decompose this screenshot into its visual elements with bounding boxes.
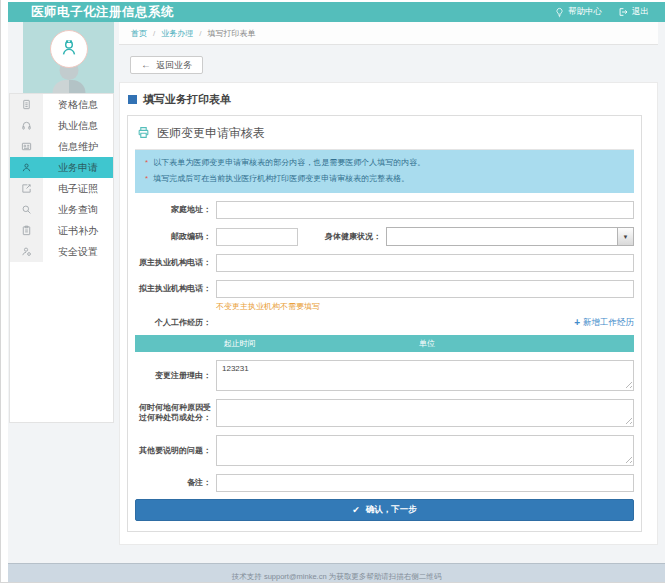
help-center-link[interactable]: 帮助中心 (555, 6, 602, 18)
remarks-input[interactable] (216, 474, 634, 492)
sidebar-item-electronic-certificate[interactable]: 电子证照 (10, 178, 113, 199)
form-row-proposed-org-phone: 拟主执业机构电话： (135, 280, 634, 298)
sidebar-item-label: 业务查询 (43, 199, 113, 220)
body-area: 资格信息 执业信息 信息维护 (8, 22, 665, 563)
clipboard-icon (10, 220, 43, 241)
arrow-left-icon: ← (141, 60, 151, 70)
punishment-wrap (216, 399, 634, 427)
breadcrumb: 首页 / 业务办理 / 填写打印表单 (119, 22, 658, 45)
postal-code-input[interactable] (216, 228, 298, 246)
document-icon (10, 94, 43, 115)
section-title-text: 填写业务打印表单 (143, 92, 231, 107)
back-to-business-button[interactable]: ← 返回业务 (130, 56, 203, 74)
id-card-icon (10, 136, 43, 157)
breadcrumb-current: 填写打印表单 (207, 28, 255, 39)
notice-text: 填写完成后可在当前执业医疗机构打印医师变更申请审核表的完整表格。 (153, 174, 409, 183)
original-org-phone-label: 原主执业机构电话： (135, 258, 216, 268)
form-row-change-reason: 变更注册理由： 123231 (135, 360, 634, 391)
sidebar-item-label: 电子证照 (43, 178, 113, 199)
form-row-punishment: 何时何地何种原因受过何种处罚或处分： (135, 399, 634, 427)
user-icon (10, 157, 43, 178)
confirm-next-button[interactable]: ✔ 确认，下一步 (135, 499, 634, 521)
sidebar-item-label: 证书补办 (43, 220, 113, 241)
form-row-postal-health: 邮政编码： 身体健康状况： ▼ (135, 227, 634, 246)
remarks-label: 备注： (135, 478, 216, 488)
headset-icon (10, 115, 43, 136)
sidebar-item-security-settings[interactable]: 安全设置 (10, 241, 113, 262)
sidebar-item-info-maintenance[interactable]: 信息维护 (10, 136, 113, 157)
confirm-next-label: 确认，下一步 (366, 504, 417, 516)
other-issues-textarea[interactable] (216, 435, 634, 466)
change-reason-label: 变更注册理由： (135, 371, 216, 381)
review-form-card: 医师变更申请审核表 *以下表单为医师变更申请审核表的部分内容，也是需要医师个人填… (127, 115, 642, 532)
work-experience-table-header: 起止时间 单位 (135, 335, 634, 352)
form-row-work-experience: 个人工作经历： + 新增工作经历 (135, 317, 634, 329)
page-title: 填写业务打印表单 (126, 88, 651, 115)
silhouette-body (52, 80, 85, 93)
sidebar: 资格信息 执业信息 信息维护 (9, 22, 114, 423)
sidebar-item-practice-info[interactable]: 执业信息 (10, 115, 113, 136)
back-to-business-label: 返回业务 (156, 59, 192, 72)
add-work-experience-link[interactable]: + 新增工作经历 (574, 317, 634, 329)
work-experience-label: 个人工作经历： (135, 318, 216, 328)
home-address-input[interactable] (216, 201, 634, 219)
logout-label: 退出 (632, 6, 649, 18)
certificate-icon (10, 178, 43, 199)
footer-text: 技术支持 support@minke.cn 为获取更多帮助请扫描右侧二维码 (232, 572, 441, 581)
toolbar: ← 返回业务 (119, 45, 658, 82)
main-content: 首页 / 业务办理 / 填写打印表单 ← 返回业务 填写业务打印表单 (119, 22, 658, 563)
help-center-label: 帮助中心 (568, 6, 602, 18)
sidebar-item-qualification-info[interactable]: 资格信息 (10, 94, 113, 115)
user-gear-icon (10, 241, 43, 262)
notice-line: *以下表单为医师变更申请审核表的部分内容，也是需要医师个人填写的内容。 (145, 155, 624, 171)
form-row-other-issues: 其他要说明的问题： (135, 435, 634, 466)
proposed-org-phone-helper: 不变更主执业机构不需要填写 (216, 301, 634, 312)
breadcrumb-home[interactable]: 首页 (131, 28, 147, 39)
health-status-label: 身体健康状况： (298, 232, 386, 242)
sidebar-item-certificate-reissue[interactable]: 证书补办 (10, 220, 113, 241)
plus-icon: + (574, 318, 580, 328)
proposed-org-phone-input[interactable] (216, 280, 634, 298)
column-header-period: 起止时间 (135, 335, 345, 352)
avatar-circle (50, 30, 88, 68)
breadcrumb-separator: / (199, 29, 201, 38)
sidebar-item-label: 资格信息 (43, 94, 113, 115)
sidebar-item-business-application[interactable]: 业务申请 (10, 157, 113, 178)
doctor-icon (58, 36, 80, 62)
spacer (119, 545, 658, 563)
app-header: 医师电子化注册信息系统 帮助中心 退出 (8, 2, 665, 22)
sidebar-item-label: 信息维护 (43, 136, 113, 157)
postal-code-label: 邮政编码： (135, 232, 216, 242)
printer-icon (137, 126, 150, 142)
logout-icon (618, 7, 628, 17)
change-reason-wrap: 123231 (216, 360, 634, 391)
original-org-phone-input[interactable] (216, 254, 634, 272)
punishment-textarea[interactable] (216, 399, 634, 427)
form-row-original-org-phone: 原主执业机构电话： (135, 254, 634, 272)
check-icon: ✔ (352, 505, 360, 515)
logout-link[interactable]: 退出 (618, 6, 649, 18)
search-icon (10, 199, 43, 220)
sidebar-item-label: 业务申请 (43, 157, 113, 178)
punishment-label: 何时何地何种原因受过何种处罚或处分： (135, 403, 216, 423)
form-title: 医师变更申请审核表 (135, 122, 634, 150)
notice-box: *以下表单为医师变更申请审核表的部分内容，也是需要医师个人填写的内容。 *填写完… (135, 150, 634, 193)
chevron-down-icon: ▼ (617, 228, 633, 245)
sidebar-item-business-query[interactable]: 业务查询 (10, 199, 113, 220)
health-status-value (387, 228, 617, 245)
add-work-experience-label: 新增工作经历 (583, 317, 634, 329)
column-header-organization: 单位 (345, 335, 510, 352)
health-status-select[interactable]: ▼ (386, 227, 634, 246)
change-reason-textarea[interactable]: 123231 (216, 360, 634, 391)
home-address-label: 家庭地址： (135, 205, 216, 215)
breadcrumb-separator: / (153, 29, 155, 38)
other-issues-label: 其他要说明的问题： (135, 446, 216, 456)
user-avatar (23, 22, 114, 93)
breadcrumb-business-handling[interactable]: 业务办理 (161, 28, 193, 39)
notice-line: *填写完成后可在当前执业医疗机构打印医师变更申请审核表的完整表格。 (145, 171, 624, 187)
app-title: 医师电子化注册信息系统 (31, 4, 555, 21)
asterisk-icon: * (145, 158, 148, 167)
form-panel: 填写业务打印表单 医师变更申请审核表 *以下表单为医师变更申请审核表的 (119, 82, 658, 545)
form-title-text: 医师变更申请审核表 (157, 125, 265, 142)
header-actions: 帮助中心 退出 (555, 6, 649, 18)
